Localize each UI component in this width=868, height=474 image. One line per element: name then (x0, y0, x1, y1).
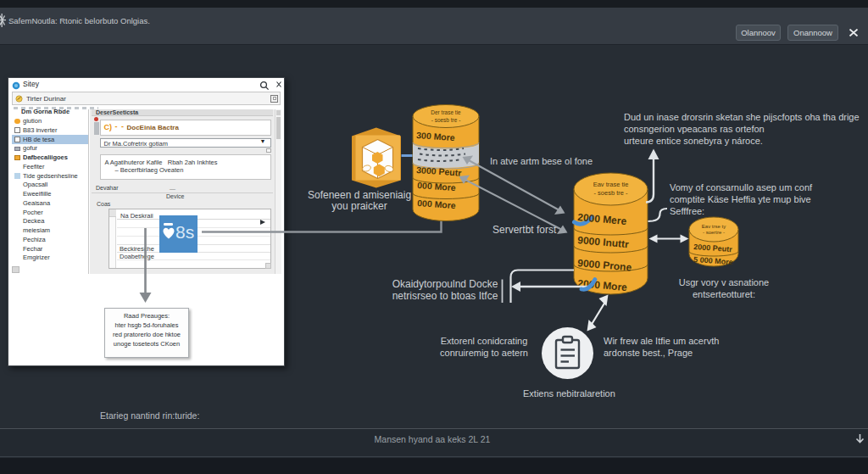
svg-text:Eav trse ty: Eav trse ty (702, 224, 726, 229)
svg-text:Der trase tie: Der trase tie (431, 109, 461, 115)
svg-text:- soertre -: - soertre - (703, 230, 725, 235)
svg-text:- soesb tre -: - soesb tre - (431, 117, 461, 123)
svg-text:5 000 More: 5 000 More (693, 255, 733, 266)
svg-text:Eav trase tie: Eav trase tie (593, 181, 629, 188)
svg-text:- soesb tre -: - soesb tre - (593, 189, 628, 197)
